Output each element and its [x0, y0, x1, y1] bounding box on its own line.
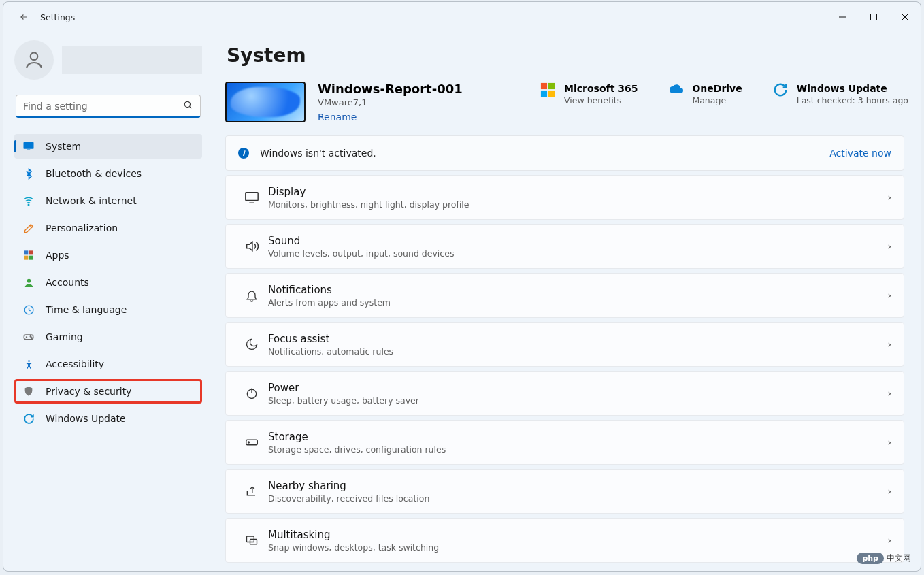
search-wrap	[14, 95, 202, 118]
setting-title: Power	[268, 382, 419, 394]
device-info: Windows-Report-001 VMware7,1 Rename	[318, 82, 474, 123]
chevron-right-icon: ›	[887, 437, 891, 448]
setting-storage[interactable]: StorageStorage space, drives, configurat…	[225, 420, 904, 465]
info-icon: i	[238, 148, 249, 159]
nav-label: Apps	[46, 250, 69, 261]
back-button[interactable]	[17, 12, 31, 22]
person-icon	[23, 49, 45, 71]
quicklink-title: Microsoft 365	[564, 83, 638, 94]
power-icon	[238, 387, 265, 400]
settings-list-scroll[interactable]: i Windows isn't activated. Activate now …	[225, 135, 908, 571]
setting-notifications[interactable]: NotificationsAlerts from apps and system…	[225, 273, 904, 318]
chevron-right-icon: ›	[887, 486, 891, 497]
nav-item-bluetooth[interactable]: Bluetooth & devices	[14, 161, 202, 186]
svg-rect-19	[548, 91, 555, 97]
nav-item-accounts[interactable]: Accounts	[14, 270, 202, 295]
watermark: php 中文网	[857, 553, 911, 564]
quicklink-sub: Last checked: 3 hours ago	[797, 95, 908, 105]
setting-sub: Monitors, brightness, night light, displ…	[268, 199, 469, 210]
setting-display[interactable]: DisplayMonitors, brightness, night light…	[225, 175, 904, 220]
close-button[interactable]	[889, 2, 921, 32]
setting-nearby-sharing[interactable]: Nearby sharingDiscoverability, received …	[225, 469, 904, 514]
svg-rect-6	[24, 250, 28, 254]
arrow-left-icon	[19, 12, 29, 22]
accessibility-icon	[22, 358, 35, 370]
setting-title: Focus assist	[268, 333, 393, 345]
svg-rect-9	[29, 256, 33, 260]
shield-icon	[22, 385, 35, 397]
sound-icon	[238, 239, 265, 254]
setting-multitasking[interactable]: MultitaskingSnap windows, desktops, task…	[225, 518, 904, 563]
search-input[interactable]	[16, 95, 201, 118]
nav-item-apps[interactable]: Apps	[14, 243, 202, 267]
nav-item-network[interactable]: Network & internet	[14, 188, 202, 213]
search-icon	[183, 100, 193, 110]
svg-point-5	[28, 204, 29, 206]
nav-item-privacy-security[interactable]: Privacy & security	[14, 379, 202, 404]
nav-item-system[interactable]: System	[14, 134, 202, 159]
app-title: Settings	[40, 12, 75, 22]
maximize-icon	[870, 14, 877, 20]
setting-sub: Storage space, drives, configuration rul…	[268, 444, 446, 455]
minimize-icon	[839, 14, 846, 20]
quicklink-title: OneDrive	[692, 83, 742, 94]
nav-item-windows-update[interactable]: Windows Update	[14, 406, 202, 431]
setting-title: Sound	[268, 235, 454, 247]
setting-sub: Notifications, automatic rules	[268, 346, 393, 357]
setting-sound[interactable]: SoundVolume levels, output, input, sound…	[225, 224, 904, 269]
setting-title: Notifications	[268, 284, 391, 296]
multitask-icon	[238, 533, 265, 547]
onedrive-icon	[667, 82, 684, 98]
content: System Windows-Report-001 VMware7,1 Rena…	[213, 32, 921, 571]
device-model: VMware7,1	[318, 97, 474, 108]
desktop-thumbnail[interactable]	[225, 82, 306, 122]
svg-point-1	[31, 52, 38, 60]
watermark-badge: php	[857, 553, 884, 564]
quick-links: Microsoft 365 View benefits OneDrive Man…	[540, 82, 908, 105]
device-name: Windows-Report-001	[318, 82, 474, 96]
notice-text: Windows isn't activated.	[260, 148, 376, 159]
nav-label: Network & internet	[46, 195, 137, 206]
quicklink-windows-update[interactable]: Windows Update Last checked: 3 hours ago	[772, 82, 908, 105]
activate-now-link[interactable]: Activate now	[829, 148, 891, 159]
setting-sub: Volume levels, output, input, sound devi…	[268, 248, 454, 259]
chevron-right-icon: ›	[887, 290, 891, 301]
setting-title: Nearby sharing	[268, 480, 429, 492]
nav-label: System	[46, 141, 81, 152]
svg-rect-16	[541, 83, 547, 89]
nav-label: Time & language	[46, 304, 127, 315]
nav-item-personalization[interactable]: Personalization	[14, 216, 202, 240]
nav-item-gaming[interactable]: Gaming	[14, 325, 202, 349]
profile-block[interactable]	[14, 40, 202, 80]
svg-point-2	[184, 101, 190, 107]
chevron-right-icon: ›	[887, 535, 891, 546]
svg-point-15	[28, 360, 30, 362]
avatar	[14, 40, 54, 80]
rename-link[interactable]: Rename	[318, 112, 357, 122]
svg-point-14	[31, 338, 33, 339]
svg-rect-20	[246, 193, 258, 201]
setting-power[interactable]: PowerSleep, battery usage, battery saver…	[225, 371, 904, 416]
nav-label: Windows Update	[46, 413, 126, 424]
nav-label: Personalization	[46, 223, 118, 233]
update-icon	[772, 82, 789, 98]
nav-item-accessibility[interactable]: Accessibility	[14, 352, 202, 376]
setting-focus-assist[interactable]: Focus assistNotifications, automatic rul…	[225, 322, 904, 367]
svg-rect-7	[29, 250, 33, 254]
sidebar: System Bluetooth & devices Network & int…	[3, 32, 213, 571]
maximize-button[interactable]	[858, 2, 889, 32]
nav-item-time-language[interactable]: Time & language	[14, 297, 202, 322]
device-header: Windows-Report-001 VMware7,1 Rename Micr…	[225, 82, 908, 123]
share-icon	[238, 484, 265, 498]
bell-icon	[238, 289, 265, 302]
quicklink-onedrive[interactable]: OneDrive Manage	[667, 82, 742, 105]
quicklink-microsoft365[interactable]: Microsoft 365 View benefits	[540, 82, 638, 105]
person-icon	[22, 276, 35, 289]
svg-rect-18	[541, 91, 547, 97]
storage-icon	[238, 435, 265, 450]
clock-icon	[22, 303, 35, 316]
minimize-button[interactable]	[827, 2, 858, 32]
svg-rect-3	[24, 142, 34, 149]
svg-rect-0	[871, 14, 877, 20]
chevron-right-icon: ›	[887, 388, 891, 399]
